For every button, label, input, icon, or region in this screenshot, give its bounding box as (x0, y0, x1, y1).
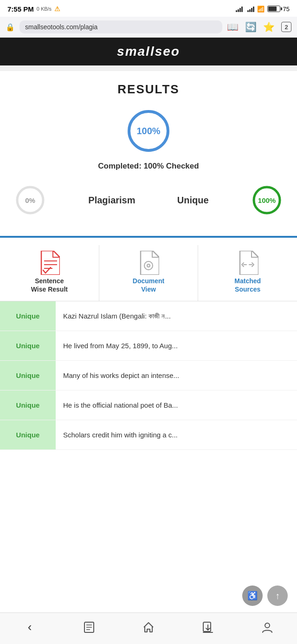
unique-badge: Unique (0, 301, 56, 331)
circle-wrapper: 100% (125, 108, 172, 154)
accessibility-icon: ♿ (247, 591, 258, 601)
data-speed: 0 KB/s (37, 6, 52, 12)
table-row: Unique Many of his works depict an inten… (0, 361, 297, 390)
url-text: smallseotools.com/plagia (25, 23, 97, 31)
tab-sentence-wise[interactable]: Sentence Wise Result (0, 245, 99, 301)
matched-sources-icon (237, 251, 258, 277)
result-text: He is the official national poet of Ba..… (56, 390, 297, 420)
result-text: Kazi Nazrul Islam (Bengali: কাজী ন... (56, 301, 297, 331)
wifi-icon: 📶 (257, 6, 265, 13)
plagiarism-label: Plagiarism (88, 195, 135, 206)
download-icon (202, 621, 214, 633)
main-progress-circle: 100% (9, 108, 288, 154)
header-banner: smallseo (0, 38, 297, 65)
plagiarism-circle: 0% (14, 184, 46, 216)
tab-sentence-label: Sentence Wise Result (31, 277, 68, 293)
signal-icon-2 (247, 6, 254, 12)
table-row: Unique He is the official national poet … (0, 390, 297, 420)
sentence-wise-icon (39, 251, 60, 277)
svg-point-20 (265, 623, 270, 628)
book-icon[interactable]: 📖 (227, 21, 239, 33)
back-icon: ‹ (28, 620, 32, 634)
table-row: Unique Scholars credit him with igniting… (0, 420, 297, 450)
results-title: RESULTS (9, 82, 288, 97)
unique-badge: Unique (0, 420, 56, 449)
section-divider (0, 65, 297, 71)
status-left: 7:55 PM 0 KB/s ⚠ (7, 5, 60, 13)
star-icon[interactable]: ⭐ (263, 21, 275, 33)
completed-text: Completed: 100% Checked (9, 162, 288, 171)
unique-badge: Unique (0, 361, 56, 390)
back-button[interactable]: ‹ (18, 618, 41, 637)
battery-percent: 75 (283, 6, 290, 13)
lock-icon: 🔒 (6, 23, 15, 32)
badge-label: Unique (16, 401, 40, 409)
profile-button[interactable] (256, 618, 279, 637)
tab-matched-sources[interactable]: Matched Sources (198, 245, 297, 301)
unique-label: Unique (177, 195, 209, 206)
svg-rect-17 (203, 622, 211, 631)
battery-icon (267, 6, 280, 12)
main-circle-percent: 100% (136, 126, 160, 137)
accessibility-button[interactable]: ♿ (242, 585, 263, 606)
download-button[interactable] (196, 618, 220, 637)
badge-label: Unique (16, 312, 40, 320)
profile-icon (261, 621, 273, 633)
svg-point-9 (144, 261, 153, 270)
bottom-navigation: ‹ (0, 612, 297, 644)
plagiarism-percent: 0% (25, 196, 35, 204)
result-text: He lived from May 25, 1899, to Aug... (56, 331, 297, 360)
banner-logo: smallseo (117, 44, 180, 59)
results-section: RESULTS 100% Completed: 100% Checked 0% … (0, 71, 297, 232)
browser-bar: 🔒 smallseotools.com/plagia 📖 🔄 ⭐ 2 (0, 17, 297, 38)
badge-label: Unique (16, 371, 40, 379)
result-text: Many of his works depict an intense... (56, 361, 297, 390)
home-button[interactable] (137, 618, 160, 637)
signal-icon (236, 6, 243, 12)
arrow-up-icon: ↑ (275, 591, 280, 601)
url-input[interactable]: smallseotools.com/plagia (19, 20, 222, 33)
svg-point-10 (147, 264, 150, 267)
result-text: Scholars credit him with igniting a c... (56, 420, 297, 449)
tabs-section: Sentence Wise Result Document View (0, 238, 297, 301)
status-right: 📶 75 (236, 6, 290, 13)
tab-matched-label: Matched Sources (234, 277, 261, 293)
time-display: 7:55 PM (7, 5, 34, 13)
plag-unique-row: 0% Plagiarism Unique 100% (9, 180, 288, 220)
home-icon (142, 621, 155, 633)
bookmarks-button[interactable] (77, 618, 101, 637)
badge-label: Unique (16, 342, 40, 350)
browser-icons: 📖 🔄 ⭐ 2 (227, 21, 291, 33)
scroll-to-top-button[interactable]: ↑ (267, 585, 288, 606)
tab-count[interactable]: 2 (281, 22, 291, 32)
unique-badge: Unique (0, 390, 56, 420)
warning-icon: ⚠ (54, 5, 60, 13)
table-row: Unique Kazi Nazrul Islam (Bengali: কাজী … (0, 301, 297, 331)
bookmarks-icon (83, 621, 95, 633)
unique-circle: 100% (251, 184, 283, 216)
results-table: Unique Kazi Nazrul Islam (Bengali: কাজী … (0, 301, 297, 450)
tab-document-view[interactable]: Document View (99, 245, 199, 301)
badge-label: Unique (16, 431, 40, 439)
table-row: Unique He lived from May 25, 1899, to Au… (0, 331, 297, 361)
reload-icon[interactable]: 🔄 (245, 21, 257, 33)
status-bar: 7:55 PM 0 KB/s ⚠ 📶 75 (0, 0, 297, 17)
unique-percent: 100% (258, 196, 276, 204)
document-view-icon (138, 251, 159, 277)
unique-badge: Unique (0, 331, 56, 360)
tab-document-label: Document View (133, 277, 164, 293)
